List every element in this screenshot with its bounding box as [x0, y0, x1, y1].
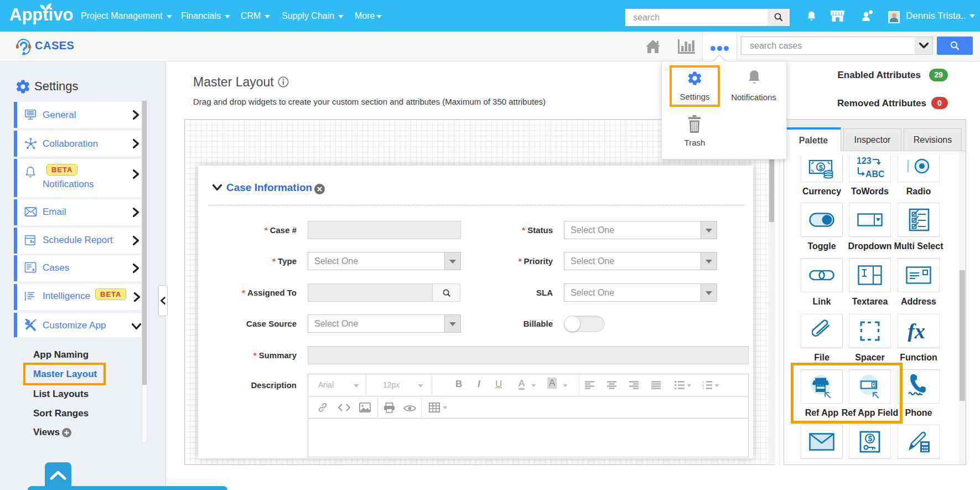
- svg-text:123: 123: [857, 156, 872, 166]
- svg-text:$: $: [868, 434, 873, 443]
- svg-text:fx: fx: [908, 321, 925, 342]
- svg-text:$: $: [819, 163, 823, 172]
- svg-text:3: 3: [702, 387, 704, 389]
- svg-text:ABC: ABC: [865, 169, 884, 179]
